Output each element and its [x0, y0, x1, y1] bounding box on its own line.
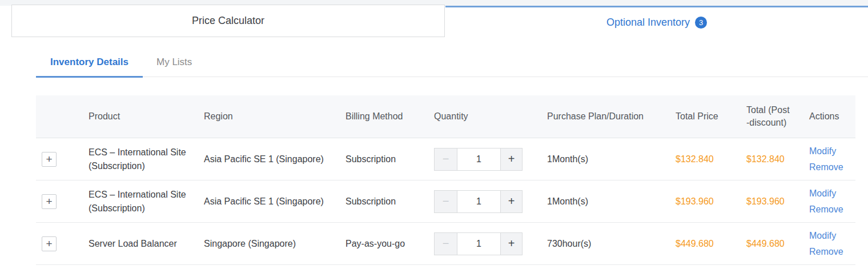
billing-method-cell: Subscription	[345, 152, 434, 166]
increase-quantity-button[interactable]: +	[500, 148, 522, 170]
total-price-cell: $132.840	[676, 152, 746, 166]
tab-price-calculator-label: Price Calculator	[192, 15, 264, 27]
region-cell: Asia Pacific SE 1 (Singapore)	[204, 195, 345, 208]
total-post-discount-cell: $449.680	[746, 237, 809, 250]
subtabs-bar: Inventory Details My Lists	[36, 48, 868, 77]
subtabs: Inventory Details My Lists	[36, 48, 868, 77]
total-post-discount-cell: $193.960	[746, 195, 809, 208]
header-billing-method: Billing Method	[345, 110, 434, 123]
tab-optional-inventory[interactable]: Optional Inventory 3	[445, 6, 868, 37]
plus-icon: +	[46, 154, 52, 164]
header-actions: Actions	[809, 110, 855, 123]
product-cell: Server Load Balancer	[89, 237, 204, 250]
table-header-row: Product Region Billing Method Quantity P…	[36, 95, 855, 138]
quantity-cell: − 1 +	[434, 232, 547, 255]
header-quantity: Quantity	[434, 110, 547, 123]
row-expand-cell: +	[36, 194, 89, 209]
actions-cell: Modify Remove	[809, 186, 855, 216]
quantity-cell: − 1 +	[434, 148, 547, 171]
table-row: + Server Load Balancer Singapore (Singap…	[36, 223, 855, 265]
header-region: Region	[204, 110, 345, 123]
increase-quantity-button[interactable]: +	[500, 233, 522, 255]
subtab-inventory-details[interactable]: Inventory Details	[36, 48, 143, 77]
modify-link[interactable]: Modify	[809, 144, 845, 158]
quantity-stepper: − 1 +	[434, 148, 523, 171]
billing-method-cell: Pay-as-you-go	[345, 237, 434, 250]
region-cell: Singapore (Singapore)	[204, 237, 345, 250]
row-expand-cell: +	[36, 152, 89, 167]
quantity-cell: − 1 +	[434, 190, 547, 213]
total-price-cell: $193.960	[676, 195, 746, 208]
subtab-my-lists[interactable]: My Lists	[154, 48, 194, 77]
remove-link[interactable]: Remove	[809, 160, 845, 174]
quantity-input[interactable]: 1	[457, 233, 500, 255]
table-row: + ECS – International Site (Subscription…	[36, 138, 855, 180]
purchase-plan-cell: 1Month(s)	[547, 152, 676, 166]
expand-row-button[interactable]: +	[42, 152, 57, 167]
actions-cell: Modify Remove	[809, 144, 855, 174]
tab-price-calculator[interactable]: Price Calculator	[11, 5, 445, 37]
region-cell: Asia Pacific SE 1 (Singapore)	[204, 152, 345, 166]
product-cell: ECS – International Site (Subscription)	[89, 146, 204, 172]
expand-row-button[interactable]: +	[42, 236, 57, 251]
expand-row-button[interactable]: +	[42, 194, 57, 209]
subtab-inventory-details-label: Inventory Details	[50, 57, 128, 68]
optional-inventory-screen: Price Calculator Optional Inventory 3 In…	[0, 0, 868, 273]
subtab-my-lists-label: My Lists	[156, 57, 192, 68]
table-row: + ECS – International Site (Subscription…	[36, 180, 855, 223]
plus-icon: +	[46, 196, 52, 207]
increase-quantity-button[interactable]: +	[500, 191, 522, 212]
tab-optional-inventory-label: Optional Inventory	[606, 17, 690, 29]
decrease-quantity-button[interactable]: −	[435, 233, 457, 255]
actions-cell: Modify Remove	[809, 228, 855, 259]
total-price-cell: $449.680	[676, 237, 746, 250]
inventory-table: Product Region Billing Method Quantity P…	[36, 95, 855, 265]
inventory-count-badge: 3	[695, 17, 707, 29]
header-total-price: Total Price	[676, 110, 746, 123]
modify-link[interactable]: Modify	[809, 228, 845, 243]
modify-link[interactable]: Modify	[809, 186, 845, 200]
purchase-plan-cell: 730hour(s)	[547, 237, 676, 250]
quantity-stepper: − 1 +	[434, 232, 523, 255]
billing-method-cell: Subscription	[345, 195, 434, 208]
row-expand-cell: +	[36, 236, 89, 251]
product-cell: ECS – International Site (Subscription)	[89, 188, 204, 214]
header-total-post-discount: Total (Post-discount)	[746, 104, 809, 129]
minus-icon: −	[443, 193, 449, 210]
decrease-quantity-button[interactable]: −	[435, 191, 457, 212]
plus-icon: +	[46, 238, 52, 249]
plus-icon: +	[508, 151, 515, 167]
minus-icon: −	[443, 151, 449, 167]
minus-icon: −	[443, 235, 449, 252]
remove-link[interactable]: Remove	[809, 244, 845, 259]
decrease-quantity-button[interactable]: −	[435, 148, 457, 170]
header-purchase-plan: Purchase Plan/Duration	[547, 110, 676, 123]
plus-icon: +	[508, 235, 515, 252]
purchase-plan-cell: 1Month(s)	[547, 195, 676, 208]
plus-icon: +	[508, 193, 515, 210]
quantity-input[interactable]: 1	[457, 191, 500, 212]
quantity-stepper: − 1 +	[434, 190, 523, 213]
total-post-discount-cell: $132.840	[746, 152, 809, 166]
remove-link[interactable]: Remove	[809, 202, 845, 216]
header-product: Product	[89, 110, 204, 123]
quantity-input[interactable]: 1	[457, 148, 500, 170]
